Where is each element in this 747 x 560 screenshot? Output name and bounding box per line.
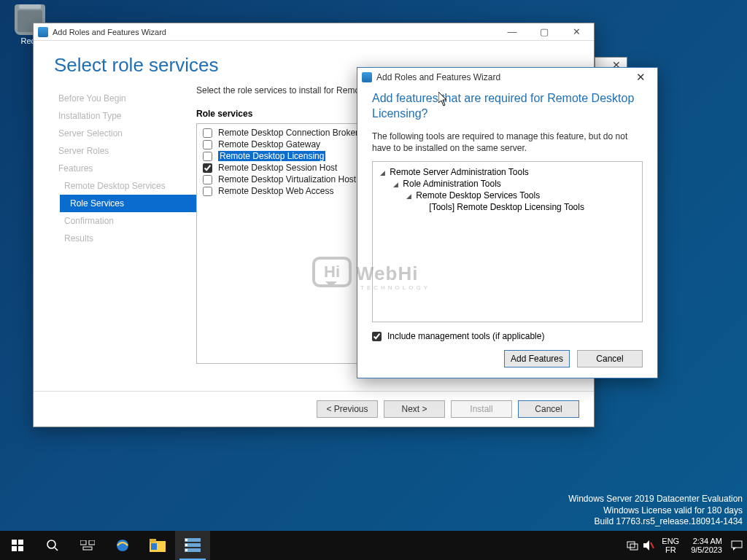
step-confirmation[interactable]: Confirmation bbox=[54, 212, 196, 230]
tray-network-icon[interactable] bbox=[627, 540, 638, 551]
include-mgmt-tools-checkbox[interactable]: Include management tools (if applicable) bbox=[372, 331, 643, 341]
cancel-button[interactable]: Cancel bbox=[518, 400, 579, 418]
svg-line-5 bbox=[55, 548, 58, 551]
svg-point-9 bbox=[117, 540, 128, 551]
system-tray[interactable]: ENG FR 2:34 AM 9/5/2023 bbox=[627, 537, 747, 554]
features-tree[interactable]: ◢ Remote Server Administration Tools◢ Ro… bbox=[372, 161, 643, 322]
role-checkbox[interactable] bbox=[203, 187, 212, 196]
svg-point-4 bbox=[47, 540, 55, 548]
svg-rect-2 bbox=[12, 546, 17, 551]
dialog-titlebar[interactable]: Add Roles and Features Wizard ✕ bbox=[357, 68, 657, 87]
close-button[interactable]: ✕ bbox=[560, 24, 592, 40]
language-indicator[interactable]: ENG FR bbox=[659, 537, 682, 554]
svg-line-22 bbox=[651, 542, 654, 548]
wizard-footer: < Previous Next > Install Cancel bbox=[34, 391, 594, 427]
action-center-icon[interactable] bbox=[731, 540, 743, 551]
step-server-selection[interactable]: Server Selection bbox=[54, 125, 196, 142]
dialog-question: Add features that are required for Remot… bbox=[372, 91, 643, 122]
add-features-button[interactable]: Add Features bbox=[504, 350, 570, 368]
svg-rect-23 bbox=[732, 541, 742, 548]
minimize-button[interactable]: — bbox=[496, 24, 528, 40]
server-manager-icon[interactable] bbox=[175, 531, 210, 560]
svg-rect-8 bbox=[83, 547, 92, 550]
role-label: Remote Desktop Web Access bbox=[218, 186, 334, 196]
svg-marker-21 bbox=[643, 540, 649, 551]
tree-item[interactable]: ◢ Role Administration Tools bbox=[380, 178, 635, 190]
role-label: Remote Desktop Gateway bbox=[218, 139, 320, 149]
role-checkbox[interactable] bbox=[203, 140, 212, 149]
tree-item[interactable]: ◢ Remote Server Administration Tools bbox=[380, 166, 635, 178]
tree-item-label: Remote Server Administration Tools bbox=[387, 167, 529, 177]
tree-item-label: [Tools] Remote Desktop Licensing Tools bbox=[427, 202, 584, 212]
maximize-button[interactable]: ▢ bbox=[528, 24, 560, 40]
svg-marker-24 bbox=[733, 548, 736, 551]
app-icon bbox=[362, 72, 372, 82]
role-checkbox[interactable] bbox=[203, 163, 212, 173]
install-button[interactable]: Install bbox=[451, 400, 512, 418]
add-features-dialog: Add Roles and Features Wizard ✕ Add feat… bbox=[357, 67, 658, 378]
svg-rect-0 bbox=[12, 540, 17, 545]
wizard-titlebar[interactable]: Add Roles and Features Wizard — ▢ ✕ bbox=[34, 23, 594, 41]
dialog-cancel-button[interactable]: Cancel bbox=[577, 350, 643, 368]
step-installation-type[interactable]: Installation Type bbox=[54, 107, 196, 125]
dialog-description: The following tools are required to mana… bbox=[372, 131, 643, 154]
svg-rect-19 bbox=[627, 542, 635, 548]
role-checkbox[interactable] bbox=[203, 175, 212, 184]
role-checkbox[interactable] bbox=[203, 128, 212, 138]
tree-expander-icon[interactable]: ◢ bbox=[393, 181, 400, 188]
include-mgmt-tools-input[interactable] bbox=[372, 332, 382, 341]
svg-rect-20 bbox=[630, 544, 638, 550]
clock[interactable]: 2:34 AM 9/5/2023 bbox=[686, 537, 727, 554]
wizard-title: Add Roles and Features Wizard bbox=[53, 28, 496, 36]
tree-item[interactable]: [Tools] Remote Desktop Licensing Tools bbox=[380, 201, 635, 213]
tree-item-label: Remote Desktop Services Tools bbox=[414, 190, 540, 201]
role-label: Remote Desktop Licensing bbox=[218, 151, 325, 161]
step-server-roles[interactable]: Server Roles bbox=[54, 142, 196, 160]
task-view-button[interactable] bbox=[70, 531, 105, 560]
previous-button[interactable]: < Previous bbox=[317, 400, 378, 418]
svg-rect-6 bbox=[80, 540, 86, 545]
svg-rect-17 bbox=[185, 544, 187, 546]
svg-rect-18 bbox=[185, 549, 187, 551]
step-role-services[interactable]: Role Services bbox=[60, 195, 196, 212]
svg-rect-7 bbox=[89, 540, 95, 545]
dialog-title: Add Roles and Features Wizard bbox=[376, 72, 625, 82]
dialog-close-button[interactable]: ✕ bbox=[625, 69, 656, 86]
os-watermark: Windows Server 2019 Datacenter Evaluatio… bbox=[568, 494, 743, 528]
tree-item-label: Role Administration Tools bbox=[400, 179, 501, 189]
tree-expander-icon[interactable]: ◢ bbox=[380, 169, 387, 176]
taskbar[interactable]: ENG FR 2:34 AM 9/5/2023 bbox=[0, 531, 747, 560]
role-label: Remote Desktop Virtualization Host bbox=[218, 174, 356, 184]
step-before-you-begin[interactable]: Before You Begin bbox=[54, 90, 196, 107]
step-results[interactable]: Results bbox=[54, 230, 196, 247]
wizard-steps-sidebar: Before You BeginInstallation TypeServer … bbox=[54, 84, 196, 365]
start-button[interactable] bbox=[0, 531, 35, 560]
search-button[interactable] bbox=[35, 531, 70, 560]
svg-rect-11 bbox=[150, 539, 156, 542]
role-label: Remote Desktop Connection Broker bbox=[218, 128, 358, 138]
step-remote-desktop-services[interactable]: Remote Desktop Services bbox=[54, 177, 196, 195]
svg-rect-3 bbox=[18, 546, 23, 551]
include-mgmt-tools-label: Include management tools (if applicable) bbox=[387, 331, 544, 341]
next-button[interactable]: Next > bbox=[384, 400, 445, 418]
app-icon bbox=[38, 27, 48, 37]
role-checkbox[interactable] bbox=[203, 152, 212, 161]
tree-item[interactable]: ◢ Remote Desktop Services Tools bbox=[380, 190, 635, 201]
svg-rect-16 bbox=[185, 539, 187, 541]
file-explorer-icon[interactable] bbox=[140, 531, 175, 560]
svg-rect-12 bbox=[151, 543, 157, 550]
svg-rect-1 bbox=[18, 540, 23, 545]
internet-explorer-icon[interactable] bbox=[105, 531, 140, 560]
tree-expander-icon[interactable]: ◢ bbox=[406, 192, 414, 200]
role-label: Remote Desktop Session Host bbox=[218, 163, 337, 173]
tray-volume-icon[interactable] bbox=[643, 540, 654, 551]
step-features[interactable]: Features bbox=[54, 160, 196, 177]
